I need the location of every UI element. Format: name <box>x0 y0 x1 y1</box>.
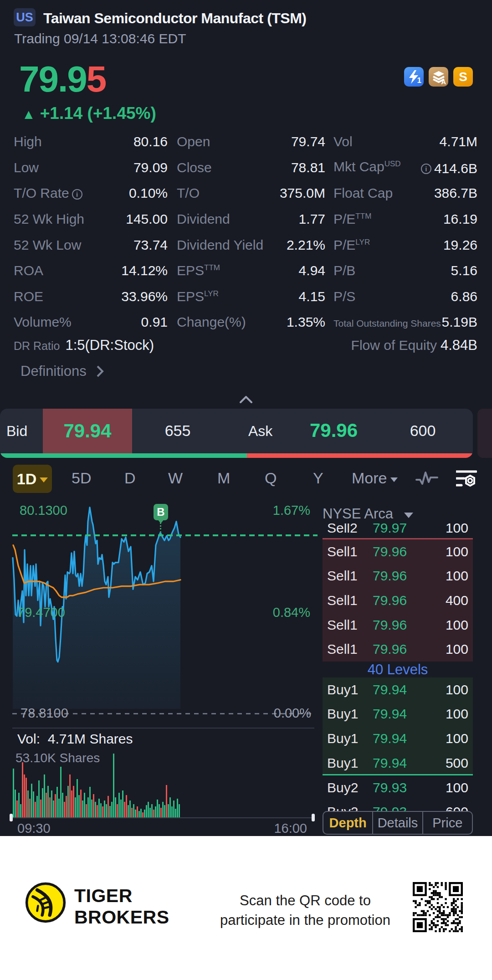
collapse-panel-button[interactable] <box>240 396 252 405</box>
stat-value: 0.91 <box>141 314 168 330</box>
tab-period-y[interactable]: Y <box>313 469 323 487</box>
definitions-label: Definitions <box>20 363 87 380</box>
stat-value: 375.0M <box>280 185 325 201</box>
depth-size: 100 <box>427 706 468 722</box>
info-icon[interactable]: i <box>72 189 82 200</box>
depth-tab-depth[interactable]: Depth <box>323 812 373 834</box>
bid-label: Bid <box>6 423 27 440</box>
stat-cell: Float Cap386.7B <box>333 185 477 201</box>
stat-label: T/O <box>177 185 200 201</box>
stat-label: Mkt CapUSD <box>333 159 401 174</box>
chevron-down-icon <box>40 477 48 482</box>
depth-price: 79.94 <box>373 755 427 771</box>
bid-ask-panel: Bid 79.94 655 Ask 79.96 600 <box>0 409 473 453</box>
stat-cell: Vol4.71M <box>333 134 477 149</box>
current-price-dashed-line <box>12 534 318 536</box>
stat-label: Open <box>177 134 210 149</box>
stat-cell: Dividend1.77 <box>177 211 325 227</box>
stat-row: ROA14.12%EPSTTM4.94P/B5.16 <box>14 258 477 284</box>
tab-period-q[interactable]: Q <box>265 469 277 487</box>
stat-cell: Volume%0.91 <box>14 314 168 330</box>
depth-size: 100 <box>427 568 468 584</box>
depth-tab-details[interactable]: Details <box>373 812 423 834</box>
depth-price: 79.94 <box>373 731 427 746</box>
chart-range-handle-right[interactable] <box>312 814 315 821</box>
current-price: 79.95 <box>19 61 106 97</box>
depth-row[interactable]: Sell179.96100 <box>323 539 473 564</box>
levels-link[interactable]: 40 Levels <box>323 662 473 678</box>
dollar-glyph: S <box>459 70 467 84</box>
chart-scale-base-pct: 0.00% <box>256 706 311 721</box>
stat-label: Change(%) <box>177 314 246 330</box>
stat-cell: T/O375.0M <box>177 185 325 201</box>
stat-value: 80.16 <box>133 134 168 149</box>
venue-label: NYSE Arca <box>323 506 393 522</box>
bid-price-box[interactable]: 79.94 <box>43 409 132 453</box>
depth-price: 79.96 <box>373 617 427 633</box>
stat-value: 16.19 <box>443 211 477 227</box>
depth-row[interactable]: Sell279.97100 <box>323 523 473 537</box>
stat-value: 0.10% <box>129 185 168 201</box>
layers-a-icon[interactable]: A <box>429 67 448 87</box>
line-chart-style-icon[interactable] <box>415 470 438 490</box>
sell-depth-block: Sell179.96100Sell179.96100Sell179.96400S… <box>323 539 473 662</box>
stat-cell: Change(%)1.35% <box>177 314 325 330</box>
depth-row[interactable]: Buy179.94100 <box>323 702 473 727</box>
depth-row[interactable]: Sell179.96100 <box>323 564 473 589</box>
stat-label: Dividend <box>177 211 230 227</box>
tab-period-w[interactable]: W <box>168 469 183 487</box>
tab-period-5d[interactable]: 5D <box>72 469 91 487</box>
chart-section-divider <box>12 728 314 729</box>
info-icon[interactable]: i <box>421 164 431 174</box>
tab-period-more[interactable]: More <box>352 469 398 487</box>
brand-line2: BROKERS <box>74 907 169 928</box>
stat-value: 19.26 <box>443 237 477 253</box>
volume-value: 4.71M Shares <box>48 731 133 746</box>
depth-tab-price[interactable]: Price <box>423 812 472 834</box>
price-chart[interactable] <box>0 493 319 839</box>
depth-level-label: Buy1 <box>327 755 373 771</box>
promo-footer: TIGER BROKERS Scan the QR code to partic… <box>0 836 492 980</box>
next-card-edge[interactable] <box>477 409 492 458</box>
bid-ask-card[interactable]: Bid 79.94 655 Ask 79.96 600 <box>0 409 473 458</box>
stats-grid: High80.16Open79.74Vol4.71MLow79.09Close7… <box>14 129 477 335</box>
tab-period-1d[interactable]: 1D <box>13 465 52 493</box>
tab-period-m[interactable]: M <box>217 469 230 487</box>
depth-level-label: Sell1 <box>327 568 373 584</box>
stat-row: Volume%0.91Change(%)1.35%Total Outstandi… <box>14 309 477 335</box>
venue-dropdown[interactable]: NYSE Arca <box>323 506 413 522</box>
depth-level-label: Buy2 <box>327 780 373 795</box>
depth-row[interactable]: Sell179.96100 <box>323 613 473 637</box>
lightning-quote-icon[interactable]: 1 <box>404 67 424 87</box>
stat-value: 5.16 <box>451 263 477 278</box>
stat-row: High80.16Open79.74Vol4.71M <box>14 129 477 155</box>
ask-price[interactable]: 79.96 <box>301 420 367 441</box>
volume-scale-label: 53.10K Shares <box>15 751 100 765</box>
stat-label: P/ELYR <box>333 237 370 253</box>
depth-row[interactable]: Buy179.94100 <box>323 726 473 751</box>
indicator-settings-icon[interactable] <box>456 469 477 491</box>
depth-price: 79.94 <box>373 706 427 722</box>
stat-cell: ROE33.96% <box>14 289 168 304</box>
stat-cell: Mkt CapUSDi414.6B <box>333 159 477 177</box>
stat-label: High <box>14 134 42 149</box>
buy-trade-marker[interactable]: B <box>154 504 168 520</box>
dollar-icon[interactable]: S <box>453 67 473 87</box>
depth-tab-bar: DepthDetailsPrice <box>323 811 473 835</box>
bid-ask-ratio-bar <box>0 453 473 458</box>
depth-row[interactable]: Sell179.96400 <box>323 588 473 613</box>
depth-level-label: Sell1 <box>327 641 373 657</box>
definitions-link[interactable]: Definitions <box>20 363 104 380</box>
quote-feature-icons: 1 A S <box>404 67 473 87</box>
depth-row[interactable]: Buy279.93100 <box>323 775 473 800</box>
ask-label: Ask <box>248 423 272 440</box>
chart-range-handle-left[interactable] <box>10 814 13 821</box>
tab-period-d[interactable]: D <box>124 469 136 487</box>
stat-cell: Close78.81 <box>177 160 325 175</box>
depth-row[interactable]: Sell179.96100 <box>323 637 473 662</box>
depth-price: 79.94 <box>373 682 427 698</box>
depth-row[interactable]: Buy179.94500 <box>323 751 473 775</box>
page-title: Taiwan Semiconductor Manufact (TSM) <box>43 10 307 27</box>
stat-value: 145.00 <box>126 211 168 227</box>
depth-row[interactable]: Buy179.94100 <box>323 677 473 702</box>
